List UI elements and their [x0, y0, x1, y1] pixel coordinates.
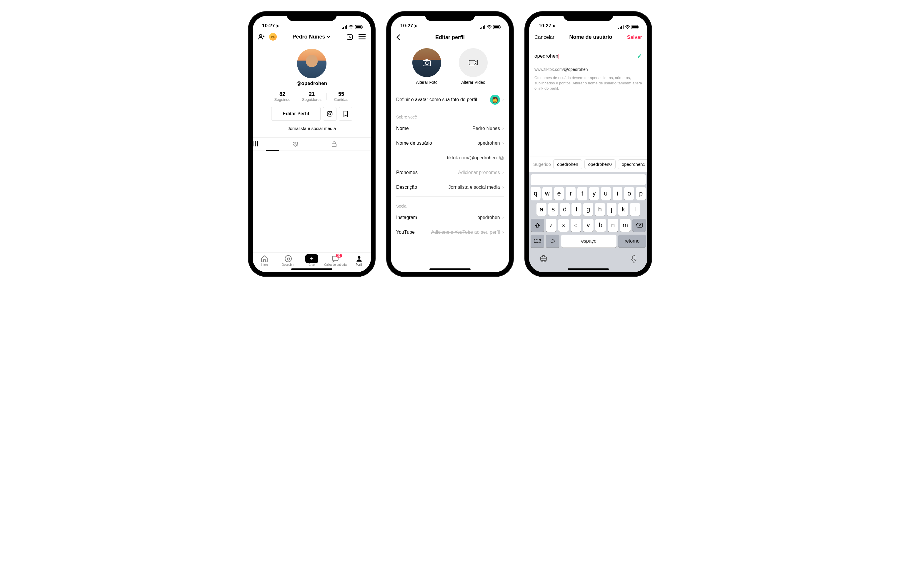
- key-l[interactable]: l: [630, 203, 640, 216]
- mic-icon[interactable]: [631, 255, 637, 263]
- battery-icon: [493, 25, 501, 29]
- status-bar: 10:27 ➤: [253, 16, 371, 30]
- key-shift[interactable]: [531, 219, 544, 232]
- svg-rect-36: [620, 27, 621, 29]
- cancel-button[interactable]: Cancelar: [534, 34, 554, 40]
- svg-rect-1: [343, 27, 344, 29]
- svg-rect-10: [358, 34, 366, 35]
- svg-rect-33: [501, 157, 503, 159]
- key-z[interactable]: z: [546, 219, 557, 232]
- key-backspace[interactable]: [632, 219, 646, 232]
- tab-liked[interactable]: [292, 138, 332, 150]
- key-s[interactable]: s: [548, 203, 558, 216]
- home-indicator[interactable]: [430, 268, 470, 270]
- section-about: Sobre você: [391, 109, 509, 121]
- key-o[interactable]: o: [624, 187, 634, 200]
- key-p[interactable]: p: [636, 187, 646, 200]
- key-g[interactable]: g: [583, 203, 593, 216]
- keyboard-hint-bar[interactable]: [531, 174, 646, 185]
- nav-inbox[interactable]: 32 Caixa de entrada: [324, 255, 347, 266]
- key-123[interactable]: 123: [531, 235, 544, 248]
- key-n[interactable]: n: [608, 219, 618, 232]
- key-m[interactable]: m: [620, 219, 631, 232]
- avatar-row[interactable]: Definir o avatar como sua foto do perfil…: [391, 90, 509, 109]
- key-w[interactable]: w: [542, 187, 552, 200]
- svg-rect-30: [423, 60, 431, 66]
- calendar-icon[interactable]: [346, 33, 353, 40]
- suggestion-chip[interactable]: opedrohen0: [584, 159, 616, 169]
- location-icon: ➤: [414, 23, 417, 28]
- instagram-button[interactable]: [323, 107, 337, 121]
- bookmark-button[interactable]: [339, 107, 352, 121]
- key-v[interactable]: v: [583, 219, 594, 232]
- svg-rect-29: [500, 26, 501, 28]
- row-username[interactable]: Nome de usuário opedrohen›: [391, 136, 509, 150]
- svg-rect-37: [621, 26, 622, 29]
- coin-icon[interactable]: R$: [269, 33, 277, 40]
- key-y[interactable]: y: [589, 187, 599, 200]
- key-u[interactable]: u: [601, 187, 611, 200]
- key-emoji[interactable]: ☺: [546, 235, 559, 248]
- stat-following[interactable]: 82 Seguindo: [268, 91, 297, 102]
- key-x[interactable]: x: [558, 219, 569, 232]
- row-profile-link[interactable]: tiktok.com/@opedrohen: [391, 150, 509, 165]
- menu-icon[interactable]: [358, 34, 366, 39]
- stat-likes[interactable]: 55 Curtidas: [326, 91, 356, 102]
- svg-rect-2: [345, 26, 346, 29]
- person-icon: [355, 255, 363, 263]
- add-friend-icon[interactable]: [258, 33, 265, 40]
- key-space[interactable]: espaço: [561, 235, 616, 248]
- profile-name-toggle[interactable]: Pedro Nunes: [292, 34, 330, 40]
- chevron-right-icon: ›: [502, 97, 504, 102]
- row-description[interactable]: Descrição Jornalista e social media›: [391, 180, 509, 195]
- key-h[interactable]: h: [595, 203, 605, 216]
- suggestion-chip[interactable]: opedrohen: [553, 159, 582, 169]
- svg-point-9: [349, 37, 350, 38]
- nav-home[interactable]: Início: [253, 255, 276, 266]
- globe-icon[interactable]: [539, 255, 548, 263]
- key-return[interactable]: retorno: [618, 235, 646, 248]
- svg-rect-44: [633, 255, 635, 260]
- svg-rect-41: [639, 26, 639, 28]
- key-a[interactable]: a: [537, 203, 546, 216]
- page-title: Nome de usuário: [569, 34, 612, 40]
- key-j[interactable]: j: [607, 203, 617, 216]
- nav-profile[interactable]: Perfil: [348, 255, 371, 266]
- row-instagram[interactable]: Instagram opedrohen›: [391, 210, 509, 225]
- row-name[interactable]: Nome Pedro Nunes›: [391, 121, 509, 136]
- svg-rect-24: [481, 27, 483, 29]
- row-youtube[interactable]: YouTube Adicione o YouTube ao seu perfil…: [391, 225, 509, 236]
- home-indicator[interactable]: [568, 268, 609, 270]
- key-q[interactable]: q: [531, 187, 541, 200]
- home-indicator[interactable]: [291, 268, 332, 270]
- change-photo[interactable]: Alterar Foto: [412, 48, 441, 85]
- username-input[interactable]: opedrohen: [534, 51, 642, 62]
- stat-followers[interactable]: 21 Seguidores: [297, 91, 326, 102]
- key-t[interactable]: t: [577, 187, 587, 200]
- svg-rect-5: [355, 26, 361, 28]
- edit-profile-button[interactable]: Editar Perfil: [271, 107, 321, 121]
- save-button[interactable]: Salvar: [627, 34, 642, 40]
- signal-icon: [480, 25, 485, 29]
- change-video[interactable]: Alterar Vídeo: [459, 48, 488, 85]
- nav-create[interactable]: + Criar: [300, 255, 324, 266]
- key-k[interactable]: k: [618, 203, 628, 216]
- suggestion-chip[interactable]: opedrohen1: [618, 159, 647, 169]
- emoji-icon: ☺: [549, 237, 556, 245]
- row-pronouns[interactable]: Pronomes Adicionar pronomes›: [391, 165, 509, 180]
- tab-private[interactable]: [332, 138, 371, 150]
- nav-discover[interactable]: Descobrir: [276, 255, 300, 266]
- key-r[interactable]: r: [566, 187, 576, 200]
- key-c[interactable]: c: [571, 219, 581, 232]
- username-label: @opedrohen: [253, 80, 371, 87]
- key-e[interactable]: e: [554, 187, 564, 200]
- key-b[interactable]: b: [595, 219, 606, 232]
- key-f[interactable]: f: [571, 203, 582, 216]
- svg-point-7: [259, 34, 262, 37]
- key-i[interactable]: i: [613, 187, 623, 200]
- avatar[interactable]: [297, 49, 326, 78]
- key-d[interactable]: d: [560, 203, 570, 216]
- tab-grid[interactable]: [253, 138, 292, 150]
- wifi-icon: [487, 25, 492, 29]
- chevron-right-icon: ›: [502, 230, 504, 235]
